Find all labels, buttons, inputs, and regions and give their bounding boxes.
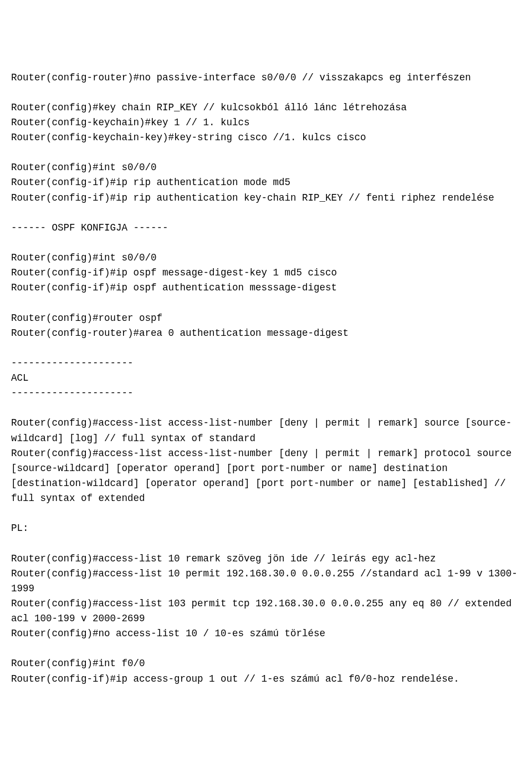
document-body: Router(config-router)#no passive-interfa… <box>11 70 521 687</box>
